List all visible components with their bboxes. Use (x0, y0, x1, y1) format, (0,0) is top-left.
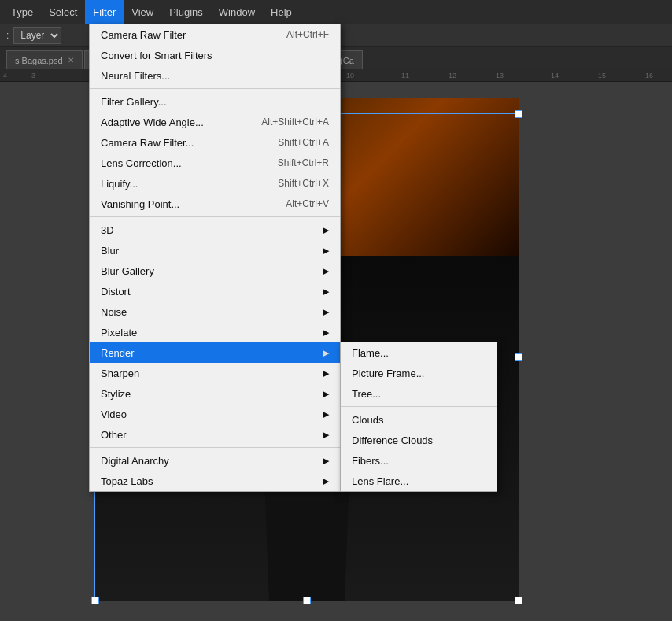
submenu-item-lens-flare[interactable]: Lens Flare... (341, 471, 497, 491)
submenu-arrow-blur-gallery: ▶ (323, 266, 329, 276)
menu-item-blur[interactable]: Blur ▶ (90, 240, 340, 261)
menu-item-blur-gallery[interactable]: Blur Gallery ▶ (90, 261, 340, 281)
menu-view[interactable]: View (124, 0, 161, 24)
submenu-arrow-topaz: ▶ (323, 476, 329, 486)
submenu-item-picture-frame[interactable]: Picture Frame... (341, 363, 497, 383)
tab-close-bagas[interactable]: ✕ (68, 56, 74, 65)
submenu-item-flame[interactable]: Flame... (341, 342, 497, 363)
submenu-item-clouds[interactable]: Clouds (341, 409, 497, 430)
submenu-item-difference-clouds[interactable]: Difference Clouds (341, 430, 497, 450)
submenu-arrow-3d: ▶ (323, 225, 329, 235)
submenu-arrow-sharpen: ▶ (323, 368, 329, 379)
menu-plugins[interactable]: Plugins (161, 0, 211, 24)
layer-select[interactable]: Layer (13, 27, 61, 44)
menu-item-filter-gallery[interactable]: Filter Gallery... (90, 91, 340, 112)
menu-item-other[interactable]: Other ▶ (90, 424, 340, 445)
render-submenu: Flame... Picture Frame... Tree... Clouds… (340, 342, 497, 492)
menu-item-liquify[interactable]: Liquify... Shift+Ctrl+X (90, 173, 340, 194)
submenu-arrow-blur: ▶ (323, 246, 329, 256)
toolbar-label: : (6, 30, 9, 41)
menu-item-camera-raw-filter[interactable]: Camera Raw Filter Alt+Ctrl+F (90, 24, 340, 45)
menu-item-convert-smart[interactable]: Convert for Smart Filters (90, 45, 340, 65)
menu-item-stylize[interactable]: Stylize ▶ (90, 383, 340, 404)
menu-item-render[interactable]: Render ▶ (90, 342, 340, 363)
menu-type[interactable]: Type (3, 0, 41, 24)
menu-item-noise[interactable]: Noise ▶ (90, 301, 340, 322)
submenu-arrow-pixelate: ▶ (323, 327, 329, 338)
filter-dropdown: Camera Raw Filter Alt+Ctrl+F Convert for… (89, 24, 341, 492)
submenu-arrow-stylize: ▶ (323, 389, 329, 399)
menu-item-3d[interactable]: 3D ▶ (90, 220, 340, 240)
tab-bagas[interactable]: s Bagas.psd ✕ (6, 50, 83, 69)
menu-item-digital-anarchy[interactable]: Digital Anarchy ▶ (90, 450, 340, 471)
menu-item-distort[interactable]: Distort ▶ (90, 281, 340, 301)
menu-filter[interactable]: Filter (85, 0, 124, 24)
menu-item-topaz-labs[interactable]: Topaz Labs ▶ (90, 471, 340, 491)
submenu-item-fibers[interactable]: Fibers... (341, 450, 497, 471)
submenu-arrow-noise: ▶ (323, 307, 329, 317)
divider-2 (90, 216, 340, 217)
menu-item-pixelate[interactable]: Pixelate ▶ (90, 322, 340, 342)
divider-3 (90, 447, 340, 448)
menu-item-camera-raw-filter2[interactable]: Camera Raw Filter... Shift+Ctrl+A (90, 132, 340, 153)
submenu-item-tree[interactable]: Tree... (341, 383, 497, 404)
submenu-arrow-video: ▶ (323, 409, 329, 420)
menu-item-neural-filters[interactable]: Neural Filters... (90, 65, 340, 86)
menu-help[interactable]: Help (263, 0, 300, 24)
menu-window[interactable]: Window (211, 0, 263, 24)
render-container: Render ▶ Flame... Picture Frame... Tree.… (90, 342, 340, 363)
menu-item-sharpen[interactable]: Sharpen ▶ (90, 363, 340, 383)
menu-item-lens-correction[interactable]: Lens Correction... Shift+Ctrl+R (90, 153, 340, 173)
menu-bar: Type Select Filter View Plugins Window H… (0, 0, 672, 24)
submenu-arrow-distort: ▶ (323, 286, 329, 297)
submenu-arrow-digital-anarchy: ▶ (323, 456, 329, 466)
menu-select[interactable]: Select (41, 0, 85, 24)
menu-item-adaptive-wide[interactable]: Adaptive Wide Angle... Alt+Shift+Ctrl+A (90, 112, 340, 132)
menu-item-vanishing-point[interactable]: Vanishing Point... Alt+Ctrl+V (90, 194, 340, 214)
divider-1 (90, 88, 340, 89)
submenu-arrow-render: ▶ (323, 348, 329, 358)
submenu-divider (341, 406, 497, 407)
menu-item-video[interactable]: Video ▶ (90, 404, 340, 424)
submenu-arrow-other: ▶ (323, 430, 329, 440)
